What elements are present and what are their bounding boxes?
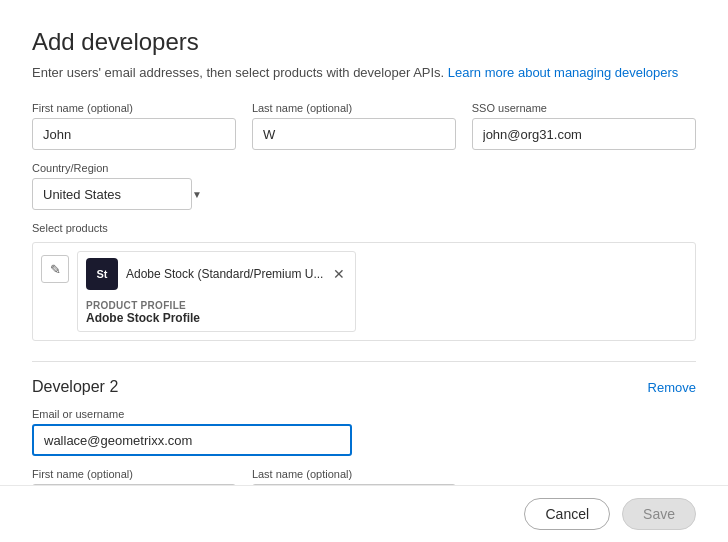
dev2-last-name-label: Last name (optional) [252, 468, 456, 480]
product-name: Adobe Stock (Standard/Premium U... [126, 267, 323, 281]
dev2-first-name-group: First name (optional) [32, 468, 236, 485]
last-name-input[interactable] [252, 118, 456, 150]
add-developers-modal: Add developers Enter users' email addres… [0, 0, 728, 542]
email-group: Email or username [32, 408, 696, 456]
product-icon: St [86, 258, 118, 290]
description-text: Enter users' email addresses, then selec… [32, 64, 696, 82]
first-name-input[interactable] [32, 118, 236, 150]
last-name-label: Last name (optional) [252, 102, 456, 114]
country-select-wrapper: United States Canada United Kingdom ▼ [32, 178, 212, 210]
chevron-down-icon: ▼ [192, 189, 202, 200]
product-tag: St Adobe Stock (Standard/Premium U... ✕ … [77, 251, 356, 332]
page-title: Add developers [32, 28, 696, 56]
dev2-first-name-label: First name (optional) [32, 468, 236, 480]
dev2-last-name-group: Last name (optional) [252, 468, 456, 485]
product-profile-area: PRODUCT PROFILE Adobe Stock Profile [86, 294, 347, 325]
email-label: Email or username [32, 408, 696, 420]
first-name-label: First name (optional) [32, 102, 236, 114]
country-select[interactable]: United States Canada United Kingdom [32, 178, 192, 210]
product-tag-header: St Adobe Stock (Standard/Premium U... ✕ [86, 258, 347, 290]
country-group: Country/Region United States Canada Unit… [32, 162, 212, 210]
remove-link[interactable]: Remove [648, 380, 696, 395]
email-input[interactable] [32, 424, 352, 456]
modal-footer: Cancel Save [0, 485, 728, 542]
dev2-spacer [472, 468, 696, 485]
sso-input[interactable] [472, 118, 696, 150]
learn-more-link[interactable]: Learn more about managing developers [448, 65, 679, 80]
pencil-icon: ✎ [50, 262, 61, 277]
first-name-group: First name (optional) [32, 102, 236, 150]
country-label: Country/Region [32, 162, 212, 174]
developer2-section: Developer 2 Remove Email or username Fir… [32, 378, 696, 485]
sso-label: SSO username [472, 102, 696, 114]
section-divider [32, 361, 696, 362]
sso-group: SSO username [472, 102, 696, 150]
dev1-name-row: First name (optional) Last name (optiona… [32, 102, 696, 150]
product-remove-button[interactable]: ✕ [331, 267, 347, 281]
select-products-section: Select products ✎ St Adobe Stock (Standa… [32, 222, 696, 341]
select-products-label: Select products [32, 222, 696, 234]
edit-products-button[interactable]: ✎ [41, 255, 69, 283]
cancel-button[interactable]: Cancel [524, 498, 610, 530]
products-area: ✎ St Adobe Stock (Standard/Premium U... … [32, 242, 696, 341]
developer1-section: First name (optional) Last name (optiona… [32, 102, 696, 341]
dev2-name-row: First name (optional) Last name (optiona… [32, 468, 696, 485]
save-button[interactable]: Save [622, 498, 696, 530]
product-profile-name: Adobe Stock Profile [86, 311, 347, 325]
product-profile-label: PRODUCT PROFILE [86, 300, 347, 311]
modal-scrollable-content: Add developers Enter users' email addres… [0, 0, 728, 485]
dev2-title: Developer 2 [32, 378, 118, 396]
dev2-header: Developer 2 Remove [32, 378, 696, 396]
last-name-group: Last name (optional) [252, 102, 456, 150]
